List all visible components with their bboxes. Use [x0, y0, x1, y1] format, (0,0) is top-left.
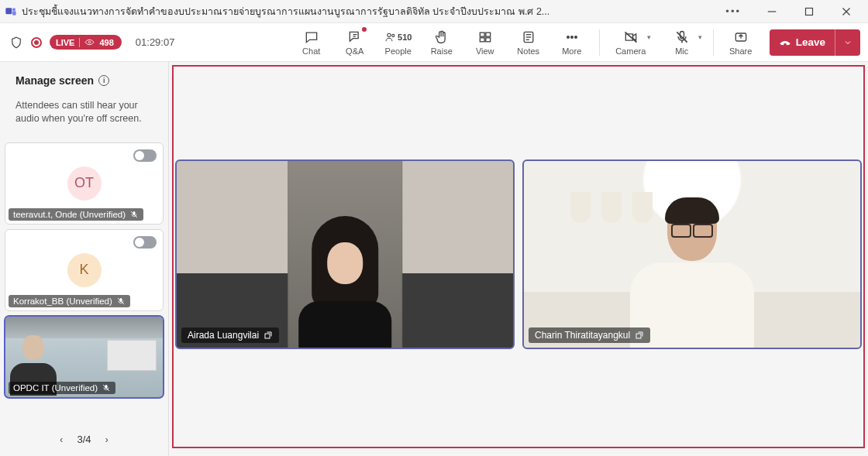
speaker-label: Charin Thiratitayangkul: [529, 327, 650, 343]
chat-icon: [304, 29, 319, 45]
hangup-icon: [779, 36, 791, 49]
next-page-button[interactable]: ›: [102, 430, 112, 448]
svg-rect-4: [806, 8, 813, 15]
popout-icon: [635, 331, 644, 340]
participant-pager: ‹ 3/4 ›: [5, 426, 164, 453]
svg-point-7: [89, 41, 91, 43]
svg-point-20: [574, 36, 577, 38]
chevron-down-icon: [843, 38, 852, 47]
raise-hand-icon: [434, 29, 450, 45]
participant-tile[interactable]: OPDC IT (Unverified): [5, 316, 164, 398]
title-bar: ประชุมชี้แจงแนวทางการจัดทำคำของบประมาณรา…: [0, 0, 868, 23]
viewer-count: 498: [99, 38, 113, 47]
camera-button[interactable]: Camera ▾: [606, 24, 656, 61]
privacy-shield-icon[interactable]: [9, 36, 23, 50]
manage-screen-title: Manage screen i: [16, 74, 153, 87]
notes-button[interactable]: Notes: [508, 24, 549, 61]
more-icon: [564, 29, 580, 45]
window-title: ประชุมชี้แจงแนวทางการจัดทำคำของบประมาณรา…: [22, 4, 715, 19]
manage-screen-panel: Manage screen i Attendees can still hear…: [0, 62, 169, 456]
svg-rect-13: [486, 37, 491, 41]
speaker-tile[interactable]: Airada Luangvilai: [175, 159, 515, 349]
info-icon[interactable]: i: [98, 75, 109, 86]
svg-rect-0: [5, 8, 12, 14]
pager-text: 3/4: [77, 434, 91, 445]
raise-hand-button[interactable]: Raise: [421, 24, 463, 61]
window-buttons: •••: [715, 1, 863, 22]
svg-rect-12: [480, 37, 484, 41]
qa-icon: [347, 29, 363, 45]
teams-app-icon: [5, 5, 17, 18]
svg-point-19: [570, 36, 573, 38]
participant-label: teeravut.t, Onde (Unverified): [9, 208, 143, 221]
qa-button[interactable]: Q&A: [334, 24, 376, 61]
people-icon: 510: [384, 29, 412, 45]
avatar: OT: [67, 166, 102, 201]
live-viewers-chip[interactable]: LIVE 498: [50, 35, 122, 50]
close-button[interactable]: [829, 1, 863, 22]
prev-page-button[interactable]: ‹: [57, 430, 66, 448]
people-button[interactable]: 510 People: [377, 24, 419, 61]
avatar: K: [67, 253, 102, 287]
chevron-down-icon[interactable]: ▾: [647, 33, 651, 41]
more-window-icon[interactable]: •••: [715, 5, 752, 17]
chat-button[interactable]: Chat: [291, 24, 332, 61]
camera-off-icon: [623, 29, 639, 45]
video-feed: [298, 216, 391, 348]
toolbar-divider: [599, 29, 600, 56]
mic-muted-icon: [102, 383, 111, 393]
view-button[interactable]: View: [464, 24, 506, 61]
speaker-label: Airada Luangvilai: [181, 327, 279, 343]
meeting-toolbar: LIVE 498 01:29:07 Chat Q&A 510 People Ra…: [0, 23, 868, 62]
participant-label: OPDC IT (Unverified): [9, 382, 115, 394]
svg-rect-33: [636, 334, 641, 338]
speaker-tile[interactable]: Charin Thiratitayangkul: [522, 159, 862, 349]
svg-rect-2: [12, 11, 16, 15]
video-feed: [630, 201, 754, 348]
notes-icon: [521, 29, 536, 45]
more-button[interactable]: More: [551, 24, 593, 61]
qa-badge-icon: [362, 27, 367, 32]
share-icon: [733, 29, 749, 45]
elapsed-time: 01:29:07: [136, 36, 175, 48]
participant-tile[interactable]: K Korrakot_BB (Unverified): [5, 229, 164, 311]
participant-tile[interactable]: OT teeravut.t, Onde (Unverified): [5, 142, 164, 225]
svg-point-1: [12, 8, 16, 11]
recording-icon: [31, 37, 42, 48]
toolbar-divider: [713, 29, 714, 56]
share-button[interactable]: Share: [720, 24, 762, 61]
svg-rect-11: [486, 33, 491, 36]
leave-button[interactable]: Leave: [770, 29, 860, 56]
minimize-button[interactable]: [755, 1, 789, 22]
chevron-down-icon[interactable]: ▾: [698, 33, 702, 41]
popout-icon: [264, 331, 273, 340]
view-icon: [477, 29, 493, 45]
mic-muted-icon: [129, 210, 139, 219]
svg-point-18: [567, 36, 569, 38]
eye-icon: [84, 37, 95, 47]
participant-label: Korrakot_BB (Unverified): [9, 295, 130, 307]
svg-point-8: [388, 33, 391, 36]
live-label: LIVE: [56, 38, 74, 47]
svg-point-9: [392, 34, 394, 36]
leave-dropdown[interactable]: [835, 29, 860, 56]
mic-button[interactable]: Mic ▾: [657, 24, 707, 61]
mic-off-icon: [674, 29, 690, 45]
svg-rect-10: [480, 33, 484, 36]
mic-muted-icon: [116, 297, 126, 306]
status-cluster: LIVE 498 01:29:07: [9, 35, 174, 50]
svg-rect-32: [265, 334, 270, 338]
maximize-button[interactable]: [792, 1, 826, 22]
manage-screen-subtitle: Attendees can still hear your audio when…: [16, 99, 153, 125]
meeting-stage: Airada Luangvilai Charin Thiratitayangku…: [169, 62, 868, 456]
